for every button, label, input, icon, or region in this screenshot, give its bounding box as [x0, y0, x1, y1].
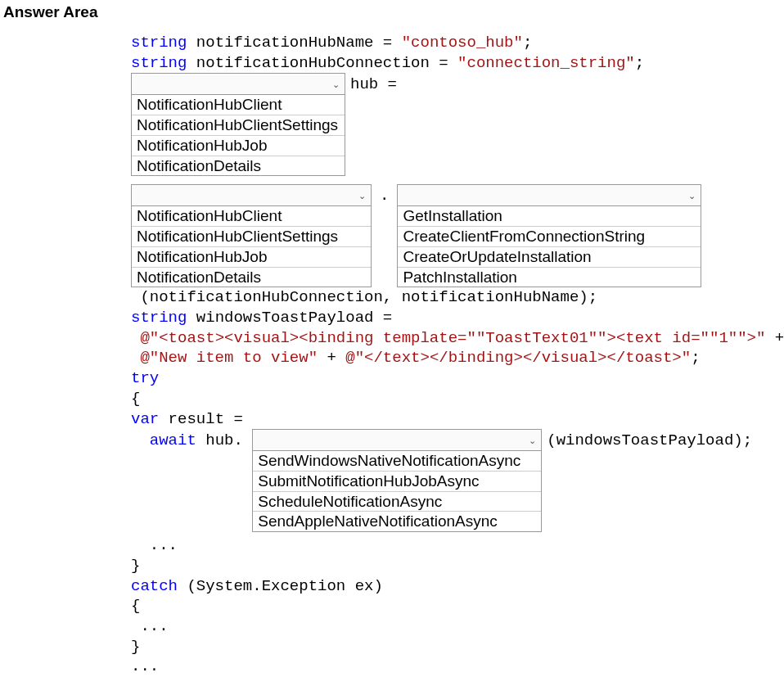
dropdown-item[interactable]: SendAppleNativeNotificationAsync — [253, 512, 541, 531]
await-suffix: (windowsToastPayload); — [542, 429, 752, 451]
dropdown-item[interactable]: NotificationHubJob — [132, 136, 345, 156]
dots-2: ... — [131, 616, 784, 637]
txt: notificationHubName = — [187, 34, 401, 52]
dropdown-send-method[interactable]: ⌄ SendWindowsNativeNotificationAsync Sub… — [252, 429, 542, 532]
dropdown-item[interactable]: NotificationDetails — [132, 156, 345, 176]
dropdown-item[interactable]: GetInstallation — [398, 206, 701, 227]
dropdown-header[interactable]: ⌄ — [253, 430, 541, 451]
txt: (notificationHubConnection, notification… — [131, 288, 597, 306]
dropdown-hub-type[interactable]: ⌄ NotificationHubClient NotificationHubC… — [131, 73, 345, 176]
str: >" — [747, 329, 766, 347]
dropdown-item[interactable]: SubmitNotificationHubJobAsync — [253, 472, 541, 492]
dropdown-row-2-3: ⌄ NotificationHubClient NotificationHubC… — [131, 184, 784, 287]
kw-string: string — [131, 54, 187, 72]
await-prefix: await hub. — [131, 429, 252, 451]
dot-separator: . — [372, 184, 397, 206]
dropdown-item[interactable]: NotificationHubClient — [132, 95, 345, 115]
str: <toast><visual><binding template= — [159, 329, 466, 347]
str: 1 — [719, 329, 728, 347]
dropdown-item[interactable]: ScheduleNotificationAsync — [253, 492, 541, 512]
try-kw: try — [131, 368, 784, 389]
kw-string: string — [131, 34, 187, 52]
var-result: var result = — [131, 409, 784, 430]
txt: ; — [635, 54, 644, 72]
txt: (System.Exception ex) — [178, 577, 383, 595]
brace-close-2: } — [131, 637, 784, 657]
kw-catch: catch — [131, 577, 178, 595]
dropdown-method[interactable]: ⌄ GetInstallation CreateClientFromConnec… — [397, 184, 701, 287]
dropdown-list: GetInstallation CreateClientFromConnecti… — [398, 206, 701, 287]
code-line-2: string notificationHubConnection = "conn… — [131, 53, 784, 74]
answer-area-title: Answer Area — [0, 0, 784, 21]
dropdown-list: NotificationHubClient NotificationHubCli… — [132, 95, 345, 175]
brace-open-2: { — [131, 596, 784, 616]
code-area: string notificationHubName = "contoso_hu… — [131, 33, 784, 677]
dropdown-list: SendWindowsNativeNotificationAsync Submi… — [253, 451, 541, 531]
txt: } — [131, 638, 140, 656]
dropdown-item[interactable]: SendWindowsNativeNotificationAsync — [253, 451, 541, 472]
code-params: (notificationHubConnection, notification… — [131, 287, 784, 308]
dropdown-item[interactable]: NotificationHubClientSettings — [132, 115, 345, 136]
str: "" — [588, 329, 607, 347]
txt: + — [318, 349, 345, 367]
code-line-1: string notificationHubName = "contoso_hu… — [131, 33, 784, 53]
dropdown-class[interactable]: ⌄ NotificationHubClient NotificationHubC… — [131, 184, 372, 287]
chevron-down-icon: ⌄ — [688, 190, 696, 201]
dropdown-item[interactable]: NotificationDetails — [132, 268, 371, 287]
brace-open: { — [131, 389, 784, 409]
dropdown-header[interactable]: ⌄ — [132, 74, 345, 95]
hub-equals: hub = — [345, 73, 397, 95]
str: ><text id= — [607, 329, 701, 347]
dropdown-row-1: ⌄ NotificationHubClient NotificationHubC… — [131, 73, 784, 176]
str: @"New item to view" — [131, 349, 318, 367]
str: "" — [701, 329, 719, 347]
txt: result = — [159, 410, 243, 428]
txt: } — [131, 557, 140, 575]
chevron-down-icon: ⌄ — [358, 190, 366, 201]
str-literal: "contoso_hub" — [402, 34, 523, 52]
str: "" — [466, 329, 485, 347]
txt: ... — [131, 536, 178, 554]
txt: ... — [131, 657, 159, 675]
code-xml-1: @"<toast><visual><binding template=""Toa… — [131, 328, 784, 349]
txt: ... — [131, 617, 169, 635]
dropdown-item[interactable]: NotificationHubClientSettings — [132, 227, 371, 247]
dropdown-item[interactable]: CreateClientFromConnectionString — [398, 227, 701, 247]
str: "" — [728, 329, 747, 347]
dropdown-item[interactable]: NotificationHubJob — [132, 247, 371, 268]
str: @" — [131, 329, 159, 347]
txt: { — [131, 390, 140, 408]
dots-3: ... — [131, 657, 784, 677]
txt: + — [765, 329, 784, 347]
kw-await: await — [150, 431, 196, 449]
brace-close: } — [131, 556, 784, 576]
txt: { — [131, 597, 140, 615]
dropdown-header[interactable]: ⌄ — [398, 185, 701, 206]
dots: ... — [131, 535, 784, 556]
str: @"</text></binding></visual></toast>" — [345, 349, 691, 367]
str: ToastText01 — [485, 329, 588, 347]
txt: hub. — [196, 431, 252, 449]
catch-line: catch (System.Exception ex) — [131, 576, 784, 597]
txt: ; — [691, 349, 700, 367]
kw-var: var — [131, 410, 159, 428]
dropdown-item[interactable]: CreateOrUpdateInstallation — [398, 247, 701, 268]
kw-try: try — [131, 369, 159, 387]
str-literal: "connection_string" — [457, 54, 635, 72]
txt: windowsToastPayload = — [187, 309, 392, 327]
chevron-down-icon: ⌄ — [529, 435, 536, 446]
code-xml-2: @"New item to view" + @"</text></binding… — [131, 348, 784, 368]
txt: ; — [523, 34, 532, 52]
txt: notificationHubConnection = — [187, 54, 457, 72]
kw-string: string — [131, 309, 187, 327]
chevron-down-icon: ⌄ — [332, 79, 340, 90]
dropdown-list: NotificationHubClient NotificationHubCli… — [132, 206, 371, 287]
dropdown-item[interactable]: PatchInstallation — [398, 268, 701, 287]
code-payload-decl: string windowsToastPayload = — [131, 308, 784, 328]
await-row: await hub. ⌄ SendWindowsNativeNotificati… — [131, 429, 784, 532]
dropdown-header[interactable]: ⌄ — [132, 185, 371, 206]
dropdown-item[interactable]: NotificationHubClient — [132, 206, 371, 227]
